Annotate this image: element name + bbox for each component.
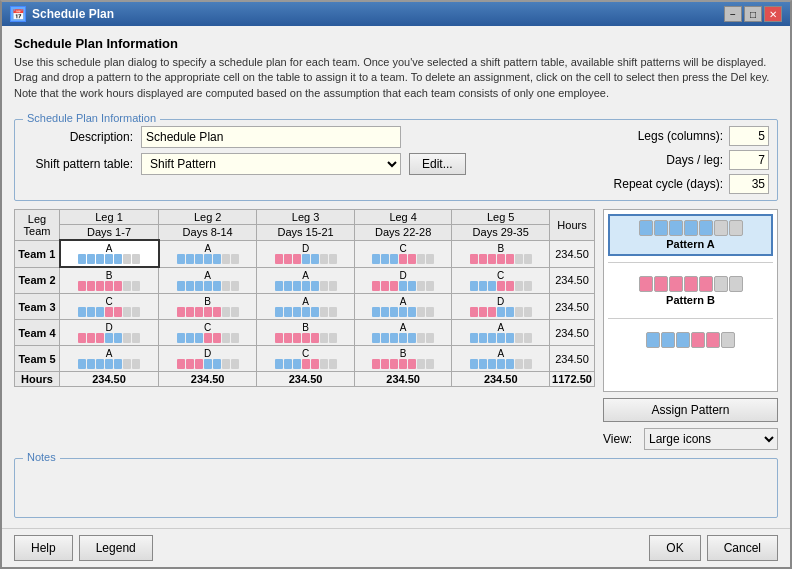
window-icon: 📅 [10,6,26,22]
repeat-cycle-row: Repeat cycle (days): [593,174,769,194]
footer: Help Legend OK Cancel [2,528,790,567]
schedule-info-group: Schedule Plan Information Description: S… [14,119,778,201]
team-label: Team [24,225,51,237]
pattern-cell[interactable]: A [60,240,159,267]
pattern-cell[interactable]: C [159,320,257,346]
leg2-label: Leg 2 [194,211,222,223]
titlebar-left: 📅 Schedule Plan [10,6,114,22]
right-panel: Pattern APattern B Assign Pattern View: … [603,209,778,450]
help-button[interactable]: Help [14,535,73,561]
form-section: Description: Shift pattern table: Shift … [23,126,769,194]
legs-input[interactable] [729,126,769,146]
pattern-cell[interactable]: D [60,320,159,346]
assign-pattern-button[interactable]: Assign Pattern [603,398,778,422]
form-fields-right: Legs (columns): Days / leg: Repeat cycle… [593,126,769,194]
table-row: Team 4DCBAA234.50 [15,320,595,346]
notes-label: Notes [23,451,60,463]
pattern-cell[interactable]: A [257,267,355,294]
pattern-cell[interactable]: B [354,346,452,372]
close-button[interactable]: ✕ [764,6,782,22]
footer-left: Help Legend [14,535,153,561]
pattern-cell[interactable]: D [257,240,355,267]
pattern-cell[interactable]: A [159,240,257,267]
shift-pattern-label: Shift pattern table: [23,157,133,171]
leg-team-header: Leg Team [15,210,60,241]
leg5-header: Leg 5 [452,210,550,225]
pattern-cell[interactable]: A [354,294,452,320]
leg4-days: Days 22-28 [354,225,452,241]
description-text: Use this schedule plan dialog to specify… [14,55,778,101]
main-area: Leg Team Leg 1 Leg 2 Leg 3 [14,209,778,450]
pattern-cell[interactable]: B [159,294,257,320]
pattern-item-b[interactable]: Pattern B [608,270,773,312]
pattern-cell[interactable]: A [354,320,452,346]
titlebar-buttons: − □ ✕ [724,6,782,22]
leg3-days: Days 15-21 [257,225,355,241]
hours-header: Hours [550,210,595,241]
days-per-leg-row: Days / leg: [593,150,769,170]
pattern-cell[interactable]: C [452,267,550,294]
repeat-cycle-input[interactable] [729,174,769,194]
pattern-cell[interactable]: C [257,346,355,372]
titlebar: 📅 Schedule Plan − □ ✕ [2,2,790,26]
days-per-leg-label: Days / leg: [593,153,723,167]
totals-row: Hours234.50234.50234.50234.50234.501172.… [15,372,595,387]
maximize-button[interactable]: □ [744,6,762,22]
description-input[interactable] [141,126,401,148]
notes-textarea[interactable] [21,463,771,505]
leg-label: Leg [28,213,46,225]
footer-right: OK Cancel [649,535,778,561]
leg-total-cell: 234.50 [60,372,159,387]
ok-button[interactable]: OK [649,535,700,561]
main-window: 📅 Schedule Plan − □ ✕ Schedule Plan Info… [0,0,792,569]
pattern-cell[interactable]: C [60,294,159,320]
pattern-cell[interactable]: D [354,267,452,294]
leg1-label: Leg 1 [95,211,123,223]
grand-total-cell: 1172.50 [550,372,595,387]
pattern-cell[interactable]: A [257,294,355,320]
hours-cell: 234.50 [550,294,595,320]
leg1-header: Leg 1 [60,210,159,225]
leg5-days: Days 29-35 [452,225,550,241]
pattern-cell[interactable]: D [159,346,257,372]
pattern-cell[interactable]: B [60,267,159,294]
pattern-cell[interactable]: A [159,267,257,294]
pattern-cell[interactable]: B [452,240,550,267]
legs-row: Legs (columns): [593,126,769,146]
leg2-header: Leg 2 [159,210,257,225]
edit-button[interactable]: Edit... [409,153,466,175]
days-per-leg-input[interactable] [729,150,769,170]
pattern-cell[interactable]: B [257,320,355,346]
pattern-cell[interactable]: A [60,346,159,372]
info-section: Schedule Plan Information Use this sched… [14,36,778,107]
view-label: View: [603,432,638,446]
pattern-cell[interactable]: D [452,294,550,320]
notes-section: Notes [14,458,778,518]
leg-total-cell: 234.50 [354,372,452,387]
table-row: Team 5ADCBA234.50 [15,346,595,372]
repeat-cycle-label: Repeat cycle (days): [593,177,723,191]
pattern-cell[interactable]: A [452,346,550,372]
legs-label: Legs (columns): [593,129,723,143]
shift-pattern-select[interactable]: Shift Pattern [141,153,401,175]
pattern-item-c[interactable] [608,326,773,356]
group-box-label: Schedule Plan Information [23,112,160,124]
pattern-cell[interactable]: A [452,320,550,346]
leg2-days: Days 8-14 [159,225,257,241]
table-row: Team 1AADCB234.50 [15,240,595,267]
leg4-label: Leg 4 [389,211,417,223]
minimize-button[interactable]: − [724,6,742,22]
schedule-table: Leg Team Leg 1 Leg 2 Leg 3 [14,209,595,387]
main-content: Schedule Plan Information Use this sched… [2,26,790,528]
legend-button[interactable]: Legend [79,535,153,561]
description-label: Description: [23,130,133,144]
table-row: Team 2BAADC234.50 [15,267,595,294]
pattern-cell[interactable]: C [354,240,452,267]
team-name-cell: Team 5 [15,346,60,372]
leg5-label: Leg 5 [487,211,515,223]
cancel-button[interactable]: Cancel [707,535,778,561]
view-select[interactable]: Large icons Small icons List [644,428,778,450]
pattern-item-a[interactable]: Pattern A [608,214,773,256]
leg-total-cell: 234.50 [257,372,355,387]
hours-cell: 234.50 [550,346,595,372]
